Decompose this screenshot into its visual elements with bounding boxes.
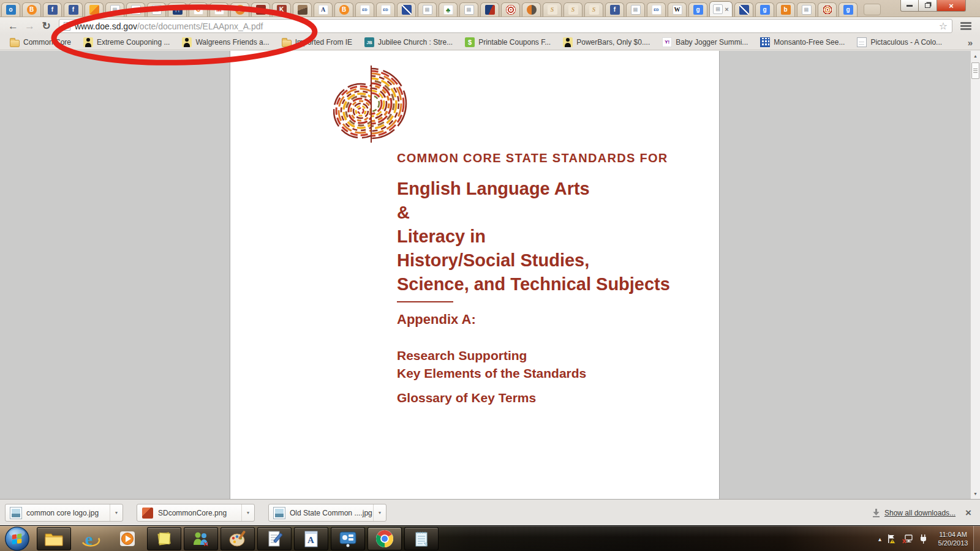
taskbar-chrome-button[interactable] <box>368 527 402 550</box>
taskbar-sticky-notes-button[interactable] <box>147 527 181 550</box>
tab-doc[interactable]: ▤ <box>147 2 166 17</box>
doc-favicon-icon: ▤ <box>423 5 432 15</box>
doc-favicon-icon: ▤ <box>131 5 141 15</box>
bookmark-item[interactable]: Walgreens Friends a... <box>176 36 275 49</box>
tab-blocks[interactable] <box>85 2 104 17</box>
chrome-menu-button[interactable] <box>957 19 975 34</box>
tab-ed-gov[interactable]: ED <box>376 2 395 17</box>
start-button[interactable] <box>3 527 31 551</box>
show-all-downloads-link[interactable]: Show all downloads... <box>872 509 956 517</box>
bookmark-item[interactable]: $Printable Coupons F... <box>459 36 557 49</box>
taskbar-clock[interactable]: 11:04 AM 5/20/2013 <box>933 530 973 547</box>
tab-facebook[interactable]: f <box>43 2 62 17</box>
download-item[interactable]: SDcommonCore.png▾ <box>137 504 255 522</box>
minimize-button[interactable] <box>900 0 919 12</box>
restore-button[interactable] <box>919 0 937 12</box>
tab-doc[interactable]: ▤ <box>126 2 145 17</box>
network-status-icon[interactable] <box>902 534 913 544</box>
bookmark-item[interactable]: JBJubilee Church : Stre... <box>358 36 459 49</box>
tab-chart[interactable] <box>734 2 753 17</box>
taskbar-display-button[interactable] <box>331 527 365 550</box>
power-plug-icon[interactable] <box>919 534 928 544</box>
s-swirl-favicon-icon: S <box>568 5 578 15</box>
tab-doc[interactable]: ▤ <box>459 2 478 17</box>
person-icon <box>182 37 192 47</box>
taskbar-wordpad-button[interactable] <box>257 527 292 550</box>
tab-bing[interactable]: b <box>776 2 795 17</box>
download-menu-caret[interactable]: ▾ <box>110 504 123 521</box>
new-tab-button[interactable] <box>864 4 881 15</box>
bookmark-item[interactable]: Monsanto-Free See... <box>754 36 851 49</box>
tab-doc[interactable]: ▤ <box>626 2 645 17</box>
tab-gmail[interactable]: M <box>209 2 228 17</box>
tab-photo[interactable] <box>293 2 312 17</box>
back-button[interactable]: ← <box>5 19 21 34</box>
download-item[interactable]: Old State Common ....jpg▾ <box>268 504 386 522</box>
action-center-flag-icon[interactable] <box>887 534 897 544</box>
close-downloads-bar-button[interactable]: × <box>965 508 971 518</box>
close-window-button[interactable]: × <box>937 0 966 12</box>
tab-doc[interactable]: ▤ <box>797 2 816 17</box>
tab-doc[interactable]: ▤ <box>105 2 124 17</box>
tab-arch[interactable]: ∩ <box>168 2 187 17</box>
tab-core-swirl[interactable] <box>818 2 837 17</box>
tab-close-icon[interactable]: × <box>725 6 728 13</box>
bookmark-item[interactable]: Common Core <box>4 36 77 49</box>
tab-google[interactable]: g <box>755 2 774 17</box>
download-menu-caret[interactable]: ▾ <box>241 504 254 521</box>
reload-button[interactable]: ↻ <box>38 19 55 34</box>
taskbar-messenger-button[interactable]: × <box>184 527 218 550</box>
scroll-down-button[interactable]: ▼ <box>971 489 980 499</box>
tab-google[interactable]: g <box>688 2 707 17</box>
active-tab[interactable]: ▤× <box>709 1 733 17</box>
tab-facebook[interactable]: f <box>605 2 624 17</box>
tab-orange-c[interactable]: C <box>189 2 208 17</box>
taskbar-wmp-button[interactable] <box>110 527 145 550</box>
scrollbar-thumb[interactable] <box>971 62 979 79</box>
tab-chart[interactable] <box>397 2 416 17</box>
taskbar-word-button[interactable]: A <box>294 527 328 550</box>
tab-youtube[interactable]: ▶ <box>251 2 270 17</box>
tab-blogger[interactable]: B <box>22 2 41 17</box>
tab-dark-swirl[interactable] <box>522 2 541 17</box>
pdf-viewer: COMMON CORE STATE STANDARDS FOR English … <box>0 51 980 499</box>
bookmark-item[interactable]: Pictaculous - A Colo... <box>851 36 948 49</box>
tab-ed-gov[interactable]: ED <box>355 2 374 17</box>
taskbar-explorer-button[interactable] <box>37 527 71 550</box>
tab-s-swirl[interactable]: S <box>564 2 582 17</box>
tab-wikipedia[interactable]: W <box>668 2 687 17</box>
taskbar-ie-button[interactable]: e <box>74 527 108 550</box>
address-bar[interactable]: www.doe.sd.gov /octe/documents/ELAApnx_A… <box>59 19 952 33</box>
desktop: oBff▤▤▤∩CMa▶KABEDED▤♣▤SSSf▤EDWg▤×gb▤g × … <box>0 0 980 551</box>
bookmark-item[interactable]: Extreme Couponing ... <box>77 36 176 49</box>
tab-outlook[interactable]: o <box>1 2 20 17</box>
show-desktop-button[interactable] <box>973 526 980 551</box>
tab-k-maroon[interactable]: K <box>272 2 291 17</box>
tab-flag-duo[interactable] <box>480 2 499 17</box>
bookmarks-overflow-chevron[interactable]: » <box>968 37 980 48</box>
bookmark-item[interactable]: PowerBars, Only $0.... <box>557 36 656 49</box>
hidden-icons-chevron[interactable]: ▴ <box>878 536 881 542</box>
forward-button[interactable]: → <box>21 19 38 34</box>
tab-google[interactable]: g <box>839 2 858 17</box>
tab-doc[interactable]: ▤ <box>418 2 437 17</box>
tab-serif-a[interactable]: A <box>314 2 333 17</box>
bookmark-item[interactable]: Imported From IE <box>276 36 358 49</box>
download-menu-caret[interactable]: ▾ <box>373 504 386 521</box>
bookmarks-bar: Common CoreExtreme Couponing ...Walgreen… <box>0 35 980 50</box>
tab-trees[interactable]: ♣ <box>439 2 458 17</box>
taskbar-paint-button[interactable] <box>221 527 255 550</box>
bookmark-item[interactable]: Y!Baby Jogger Summi... <box>656 36 754 49</box>
bookmark-star-icon[interactable]: ☆ <box>939 21 948 31</box>
tab-s-swirl[interactable]: S <box>584 2 603 17</box>
scroll-up-button[interactable]: ▲ <box>971 51 980 61</box>
tab-s-swirl[interactable]: S <box>543 2 562 17</box>
scrollbar[interactable]: ▲ ▼ <box>970 51 980 499</box>
tab-facebook[interactable]: f <box>64 2 83 17</box>
tab-blogger[interactable]: B <box>334 2 353 17</box>
tab-red-swirl[interactable] <box>501 2 520 17</box>
tab-amazon[interactable]: a <box>230 2 249 17</box>
tab-ed-gov[interactable]: ED <box>647 2 666 17</box>
taskbar-notepad-button[interactable] <box>404 527 439 550</box>
download-item[interactable]: common core logo.jpg▾ <box>5 504 123 522</box>
